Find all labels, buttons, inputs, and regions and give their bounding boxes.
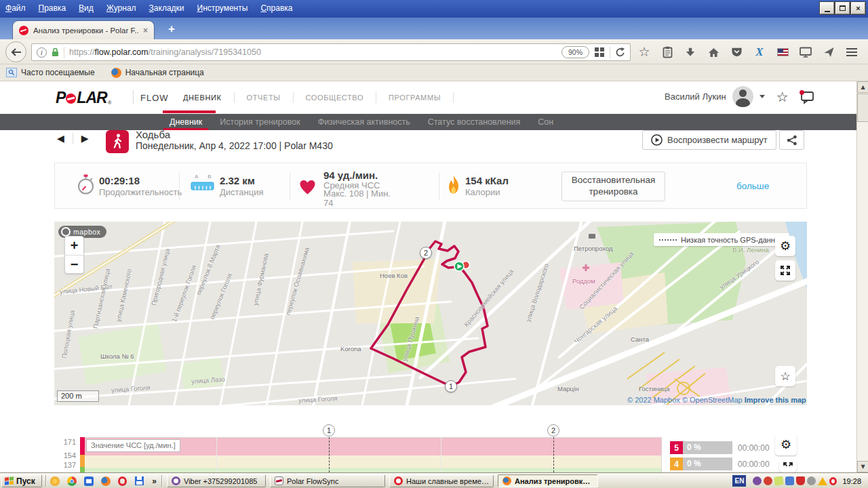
user-block: Василий Лукин ☆ (665, 86, 815, 107)
site-info-icon[interactable]: i (37, 47, 47, 58)
y-tick-171: 171 (58, 438, 76, 446)
bookmark-most-visited[interactable]: Часто посещаемые (6, 68, 95, 77)
nav-programs[interactable]: ПРОГРАММЫ (376, 92, 454, 103)
menu-bookmarks[interactable]: Закладки (149, 3, 184, 13)
task-viber[interactable]: Viber +375299201085 (167, 474, 266, 487)
avatar[interactable] (732, 86, 753, 107)
menu-view[interactable]: Вид (79, 3, 94, 13)
user-name[interactable]: Василий Лукин (665, 92, 726, 102)
menu-help[interactable]: Справка (260, 3, 292, 13)
nav-reports[interactable]: ОТЧЕТЫ (235, 92, 294, 103)
play-route-button[interactable]: Воспроизвести маршрут (642, 130, 776, 150)
opera-icon[interactable] (117, 475, 128, 487)
map-settings-button[interactable]: ⚙ (775, 236, 795, 256)
nav-community[interactable]: СООБЩЕСТВО (294, 92, 377, 103)
screenshot-monitor-icon[interactable] (799, 45, 812, 60)
polar-logo[interactable]: PLAR® (56, 89, 111, 107)
gridline (441, 437, 441, 472)
reload-icon[interactable] (615, 47, 625, 58)
new-tab-button[interactable]: + (163, 22, 180, 36)
scroll-up-button[interactable]: ▲ (857, 81, 868, 93)
next-session-button[interactable]: ▶ (81, 133, 89, 144)
lap1-marker[interactable]: 1 (323, 424, 335, 436)
close-button[interactable]: × (851, 2, 865, 14)
map-fullscreen-button[interactable] (775, 260, 795, 281)
menu-tools[interactable]: Инструменты (197, 3, 248, 13)
page-scrollbar[interactable]: ▲ ▼ (856, 81, 868, 472)
shield-icon[interactable] (796, 476, 805, 485)
subnav-diary[interactable]: Дневник (161, 114, 211, 130)
page-zoom-badge[interactable]: 90% (561, 46, 589, 58)
bookmark-label: Начальная страница (125, 68, 204, 77)
address-bar[interactable]: i https://flow.polar.com/training/analys… (31, 43, 631, 61)
restore-button[interactable] (835, 2, 850, 14)
map-scale: 200 m (57, 390, 99, 402)
zoom-in-button[interactable]: + (65, 237, 83, 255)
map-street-label: Korona (340, 345, 361, 352)
scroll-down-button[interactable]: ▼ (857, 461, 868, 472)
notes-icon[interactable] (774, 476, 784, 485)
map-street-label: Гостиница (639, 385, 669, 392)
menu-file[interactable]: Файл (5, 3, 26, 13)
grid-icon[interactable] (594, 47, 605, 58)
scrollbar-thumb[interactable] (857, 94, 868, 122)
menu-edit[interactable]: Правка (39, 3, 66, 13)
subnav-sleep[interactable]: Сон (529, 114, 562, 130)
back-button[interactable] (5, 41, 26, 62)
nav-diary[interactable]: ДНЕВНИК (171, 92, 235, 103)
chevron-down-icon[interactable] (760, 95, 765, 98)
viber-icon[interactable] (753, 476, 762, 485)
map-favorite-button[interactable]: ☆ (775, 366, 795, 386)
minimize-button[interactable] (820, 2, 834, 14)
subnav-training-history[interactable]: История тренировок (211, 114, 309, 130)
task-label: Анализ тренировки - ... (515, 477, 593, 485)
opera-icon[interactable] (829, 477, 837, 485)
notifications-chat-icon[interactable] (799, 89, 815, 104)
language-indicator[interactable]: EN (732, 475, 746, 487)
zoom-out-button[interactable]: − (65, 255, 83, 273)
chart-settings-button[interactable]: ⚙ (775, 434, 797, 455)
start-button[interactable]: Пуск (1, 474, 42, 487)
menu-hamburger-icon[interactable] (845, 45, 859, 60)
lap-marker-1: 1 (445, 380, 457, 392)
tab-close-button[interactable]: × (143, 26, 148, 35)
home-icon[interactable] (707, 45, 720, 60)
task-firefox-active[interactable]: Анализ тренировки - ... (498, 474, 598, 487)
subnav-recovery-status[interactable]: Статус восстановления (419, 114, 530, 130)
alert-icon[interactable] (818, 477, 827, 485)
prev-session-button[interactable]: ◀ (57, 133, 64, 144)
agent-icon[interactable] (764, 476, 772, 485)
browser-tab[interactable]: Анализ тренировки - Polar F... × (12, 20, 155, 39)
send-tab-icon[interactable] (822, 45, 835, 60)
favorites-star-icon[interactable]: ☆ (776, 89, 789, 105)
chart-expand-button[interactable] (779, 460, 797, 472)
save-icon[interactable] (134, 475, 145, 487)
firefox-icon[interactable] (100, 475, 111, 487)
task-opera-window[interactable]: Наши славные времена... (389, 474, 494, 487)
clipboard-icon[interactable] (660, 45, 674, 60)
menu-history[interactable]: Журнал (106, 3, 136, 13)
app-icon[interactable] (49, 475, 60, 487)
lap2-marker[interactable]: 2 (547, 424, 559, 436)
play-icon (651, 134, 663, 146)
chrome-icon[interactable] (66, 475, 77, 487)
map-street-label: Школа № 6 (100, 352, 134, 360)
downloads-icon[interactable] (684, 45, 697, 60)
language-flag-icon[interactable] (776, 45, 789, 60)
more-link[interactable]: больше (736, 181, 769, 191)
plugins-icon[interactable] (785, 476, 794, 485)
route-map[interactable]: улица Новый БытПолоцкая улицаПартизанска… (54, 222, 807, 405)
subnav-activity[interactable]: Физическая активность (309, 114, 419, 130)
tv-app-icon[interactable] (83, 475, 94, 487)
attribution-text[interactable]: © 2022 Mapbox © OpenStreetMap (627, 396, 743, 404)
share-button[interactable] (779, 130, 804, 150)
xmarks-icon[interactable]: X (753, 45, 766, 60)
improve-map-link[interactable]: Improve this map (745, 396, 806, 404)
quick-launch-overflow[interactable]: » (149, 475, 160, 487)
task-flowsync[interactable]: Polar FlowSync (270, 474, 385, 487)
walking-sport-icon (106, 130, 129, 153)
bookmark-star-icon[interactable]: ☆ (637, 45, 651, 60)
pocket-icon[interactable] (730, 45, 743, 60)
bookmark-home-page[interactable]: Начальная страница (111, 68, 204, 78)
status-icon[interactable] (807, 476, 816, 485)
